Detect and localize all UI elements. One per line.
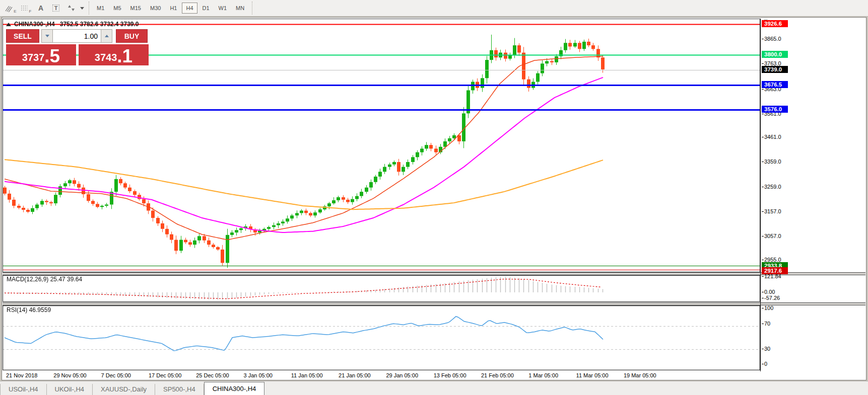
spinner-down-icon: [45, 35, 49, 37]
symbol-marker-icon: [6, 23, 11, 26]
timeframe-button-h1[interactable]: H1: [166, 3, 181, 14]
drawing-tools-group: EFAT: [3, 2, 79, 14]
tick-dash: [762, 162, 764, 162]
toolbar-separator: [252, 2, 252, 15]
channel-tool-letter: E: [14, 9, 16, 14]
date-label: 21 Jan 05:00: [339, 372, 371, 378]
pane-splitter[interactable]: [3, 272, 865, 275]
timeframe-button-mn[interactable]: MN: [232, 3, 248, 14]
volume-increase-button[interactable]: [101, 29, 112, 43]
volume-input[interactable]: [53, 29, 101, 43]
arrows-dropdown-caret-icon[interactable]: [79, 2, 86, 14]
fibonacci-tool-letter: F: [29, 9, 32, 14]
price-tick-label: 3461.0: [764, 134, 781, 140]
chart-title-symbol: CHINA300-,H4: [14, 21, 55, 28]
buy-price-panel[interactable]: 3743 .1: [79, 44, 149, 65]
timeframe-button-m30[interactable]: M30: [146, 3, 165, 14]
chart-tab-bar: USOil-,H4UKOil-,H4XAUUSD-,DailySP500-,H4…: [0, 381, 868, 395]
timeframe-button-d1[interactable]: D1: [198, 3, 214, 14]
text-tool-icon[interactable]: A: [34, 2, 47, 14]
main-toolbar: EFAT M1M5M15M30H1H4D1W1MN: [0, 0, 868, 17]
tick-dash: [762, 211, 764, 212]
arrows-tool-icon[interactable]: [64, 2, 78, 14]
chart-tab-sp500h4[interactable]: SP500-,H4: [155, 384, 204, 395]
timeframe-button-m5[interactable]: M5: [109, 3, 125, 14]
chart-title: CHINA300-,H4 3752.5 3782.6 3732.4 3739.0: [6, 21, 139, 28]
toolbar-separator: [89, 2, 89, 15]
tick-dash: [762, 308, 764, 308]
macd-label: MACD(12,26,9) 25.47 39.64: [7, 276, 82, 283]
tick-dash: [762, 298, 764, 298]
chart-tab-xauusddaily[interactable]: XAUUSD-,Daily: [93, 384, 155, 395]
sell-price-frac: .5: [44, 48, 60, 64]
tick-dash: [762, 236, 764, 236]
volume-decrease-button[interactable]: [41, 29, 53, 43]
tick-dash: [762, 187, 764, 187]
timeframe-button-m15[interactable]: M15: [126, 3, 145, 14]
price-tick-label: 0: [764, 361, 767, 367]
timeframe-button-h4[interactable]: H4: [182, 3, 197, 14]
sell-button[interactable]: SELL: [6, 29, 39, 43]
date-label: 3 Jan 05:00: [244, 372, 273, 378]
tick-dash: [762, 349, 764, 349]
timeframe-button-w1[interactable]: W1: [215, 3, 231, 14]
date-label: 29 Jan 05:00: [386, 372, 418, 378]
price-tick-label: 100: [764, 305, 773, 311]
date-label: 11 Mar 05:00: [576, 372, 609, 378]
date-label: 29 Nov 05:00: [53, 372, 86, 378]
rsi-label: RSI(14) 46.9559: [7, 306, 51, 313]
tick-dash: [762, 260, 764, 260]
tick-dash: [762, 324, 764, 324]
price-badge: 3739.0: [762, 66, 788, 73]
label-tool-icon[interactable]: T: [49, 2, 62, 14]
date-label: 21 Feb 05:00: [481, 372, 514, 378]
price-tick-label: 3359.0: [764, 159, 781, 165]
chart-title-ohlc: 3752.5 3782.6 3732.4 3739.0: [60, 21, 139, 28]
price-tick-label: 30: [764, 346, 770, 352]
price-tick-label: 3157.0: [764, 208, 781, 214]
date-label: 11 Jan 05:00: [291, 372, 323, 378]
chart-tab-china300h4[interactable]: CHINA300-,H4: [204, 382, 265, 395]
rsi-indicator-chart[interactable]: [3, 305, 760, 370]
date-label: 13 Feb 05:00: [434, 372, 466, 378]
macd-indicator-chart[interactable]: [3, 275, 760, 302]
price-badge: 3926.6: [762, 20, 788, 27]
chart-tab-ukoilh4[interactable]: UKOil-,H4: [47, 384, 93, 395]
price-tick-label: 3865.0: [764, 36, 781, 42]
sell-price-panel[interactable]: 3737 .5: [6, 44, 76, 65]
price-tick-label: 3057.0: [764, 233, 781, 239]
price-badge: 2917.6: [762, 267, 788, 274]
buy-button[interactable]: BUY: [116, 29, 148, 43]
fibonacci-tool-icon[interactable]: F: [19, 2, 32, 14]
sell-price-int: 3737: [22, 52, 45, 64]
channel-tool-icon[interactable]: E: [4, 2, 17, 14]
price-axis-line: [760, 19, 761, 371]
tick-dash: [762, 364, 764, 364]
date-label: 21 Nov 2018: [6, 372, 37, 378]
price-badge: 3576.0: [762, 106, 788, 113]
buy-price-frac: .1: [117, 48, 132, 64]
spinner-up-icon: [105, 35, 109, 37]
chart-window: CHINA300-,H4 3752.5 3782.6 3732.4 3739.0…: [2, 17, 866, 380]
price-tick-label: 70: [764, 321, 770, 327]
tick-dash: [762, 63, 764, 64]
timeframe-buttons-group: M1M5M15M30H1H4D1W1MN: [92, 3, 249, 14]
price-badge: 3800.0: [762, 51, 788, 58]
tick-dash: [762, 39, 764, 39]
pane-splitter[interactable]: [3, 302, 865, 305]
tick-dash: [762, 114, 764, 114]
one-click-trading-panel: SELL BUY 3737 .5 3743 .1: [6, 29, 149, 65]
price-tick-label: 0.00: [764, 289, 775, 295]
tick-dash: [762, 276, 764, 277]
tick-dash: [762, 89, 764, 90]
date-label: 25 Dec 05:00: [196, 372, 229, 378]
date-label: 7 Dec 05:00: [101, 372, 131, 378]
price-tick-label: 3259.0: [764, 184, 781, 190]
timeframe-button-m1[interactable]: M1: [93, 3, 108, 14]
date-label: 17 Dec 05:00: [149, 372, 181, 378]
date-label: 1 Mar 05:00: [528, 372, 558, 378]
tick-dash: [762, 137, 764, 137]
chart-tab-usoilh4[interactable]: USOil-,H4: [0, 384, 47, 395]
date-label: 19 Mar 05:00: [624, 372, 656, 378]
buy-price-int: 3743: [95, 52, 117, 64]
